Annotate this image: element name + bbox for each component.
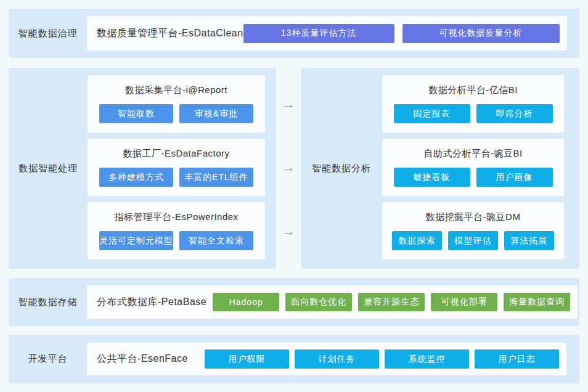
analysis-feature-button[interactable]: 敏捷看板	[394, 168, 470, 187]
development-feature-button[interactable]: 用户权限	[205, 349, 289, 369]
storage-feature-button[interactable]: 兼容开源生态	[358, 293, 425, 311]
platform-box-wandoudm: 数据挖掘平台-豌豆DM 数据探索 模型评估 算法拓展	[382, 202, 564, 259]
storage-buttons: Hadoop 面向数仓优化 兼容开源生态 可视化部署 海量数据查询	[206, 293, 570, 311]
storage-platform-name: 分布式数据库-PetaBase	[97, 296, 206, 309]
platform-box-title: 自助式分析平台-豌豆BI	[382, 139, 564, 160]
processing-feature-button[interactable]: 智能全文检索	[179, 231, 253, 250]
analysis-feature-button[interactable]: 算法拓展	[504, 231, 554, 250]
flow-arrow-icon: →	[282, 161, 295, 174]
storage-feature-button[interactable]: 面向数仓优化	[285, 293, 352, 311]
analysis-feature-button[interactable]: 数据探索	[392, 231, 442, 250]
platform-box-title: 指标管理平台-EsPowerIndex	[88, 202, 265, 223]
storage-label: 智能数据存储	[9, 296, 87, 308]
governance-buttons: 13种质量评估方法 可视化数据质量分析	[243, 24, 560, 43]
analysis-feature-button[interactable]: 固定报表	[394, 104, 470, 123]
platform-box-title: 数据分析平台-亿信BI	[382, 75, 564, 96]
analysis-boxes: 数据分析平台-亿信BI 固定报表 即席分析 自助式分析平台-豌豆BI 敏捷看板 …	[382, 68, 564, 269]
governance-feature-button[interactable]: 可视化数据质量分析	[402, 24, 560, 43]
analysis-feature-button[interactable]: 模型评估	[448, 231, 498, 250]
storage-feature-button[interactable]: 海量数据查询	[504, 293, 570, 311]
processing-panel: 数据智能处理 数据采集平台-i@Report 智能取数 审核&审批 数据工厂-E…	[9, 68, 276, 269]
development-feature-button[interactable]: 系统监控	[385, 349, 469, 369]
governance-feature-button[interactable]: 13种质量评估方法	[243, 24, 394, 43]
flow-arrow-icon: →	[282, 97, 295, 111]
platform-box-yixinbi: 数据分析平台-亿信BI 固定报表 即席分析	[382, 75, 564, 133]
platform-box-title: 数据工厂-EsDataFactory	[88, 139, 265, 160]
analysis-label: 智能数据分析	[301, 68, 382, 269]
development-buttons: 用户权限 计划任务 系统监控 用户日志	[199, 349, 559, 369]
governance-platform-name: 数据质量管理平台-EsDataClean	[97, 27, 243, 40]
storage-row: 智能数据存储 分布式数据库-PetaBase Hadoop 面向数仓优化 兼容开…	[9, 278, 579, 326]
processing-feature-button[interactable]: 多种建模方式	[99, 168, 173, 187]
processing-feature-button[interactable]: 智能取数	[99, 104, 173, 123]
analysis-feature-button[interactable]: 用户画像	[476, 168, 553, 187]
governance-row: 智能数据治理 数据质量管理平台-EsDataClean 13种质量评估方法 可视…	[9, 9, 579, 58]
platform-box-title: 数据采集平台-i@Report	[88, 75, 265, 96]
governance-platform-box: 数据质量管理平台-EsDataClean 13种质量评估方法 可视化数据质量分析	[87, 16, 567, 51]
platform-box-title: 数据挖掘平台-豌豆DM	[382, 202, 564, 223]
analysis-panel: 智能数据分析 数据分析平台-亿信BI 固定报表 即席分析 自助式分析平台-豌豆B…	[301, 68, 579, 269]
platform-box-wandoubi: 自助式分析平台-豌豆BI 敏捷看板 用户画像	[382, 139, 564, 196]
flow-arrows: → → →	[276, 68, 301, 269]
flow-arrow-icon: →	[282, 224, 295, 238]
processing-boxes: 数据采集平台-i@Report 智能取数 审核&审批 数据工厂-EsDataFa…	[88, 68, 265, 269]
processing-feature-button[interactable]: 审核&审批	[179, 104, 253, 123]
processing-analysis-section: 数据智能处理 数据采集平台-i@Report 智能取数 审核&审批 数据工厂-E…	[9, 68, 579, 269]
analysis-feature-button[interactable]: 即席分析	[476, 104, 553, 123]
development-platform-box: 公共平台-EsenFace 用户权限 计划任务 系统监控 用户日志	[87, 343, 566, 375]
development-label: 开发平台	[9, 353, 87, 365]
platform-box-ireport: 数据采集平台-i@Report 智能取数 审核&审批	[88, 75, 265, 133]
processing-label: 数据智能处理	[9, 68, 88, 269]
storage-feature-button[interactable]: Hadoop	[213, 293, 279, 311]
governance-label: 智能数据治理	[9, 28, 87, 39]
development-platform-name: 公共平台-EsenFace	[97, 353, 199, 365]
development-feature-button[interactable]: 计划任务	[295, 349, 379, 369]
platform-box-esdatafactory: 数据工厂-EsDataFactory 多种建模方式 丰富的ETL组件	[88, 139, 265, 196]
development-row: 开发平台 公共平台-EsenFace 用户权限 计划任务 系统监控 用户日志	[9, 335, 579, 383]
architecture-diagram: 智能数据治理 数据质量管理平台-EsDataClean 13种质量评估方法 可视…	[0, 0, 588, 392]
platform-box-espowerindex: 指标管理平台-EsPowerIndex 灵活可定制元模型 智能全文检索	[88, 202, 265, 259]
storage-platform-box: 分布式数据库-PetaBase Hadoop 面向数仓优化 兼容开源生态 可视化…	[87, 285, 578, 319]
storage-feature-button[interactable]: 可视化部署	[431, 293, 497, 311]
processing-feature-button[interactable]: 丰富的ETL组件	[179, 168, 253, 187]
processing-feature-button[interactable]: 灵活可定制元模型	[99, 231, 173, 250]
development-feature-button[interactable]: 用户日志	[475, 349, 559, 369]
